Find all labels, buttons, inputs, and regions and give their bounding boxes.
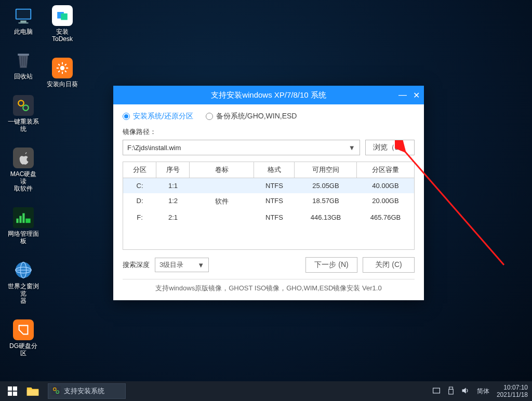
titlebar[interactable]: 支持安装windows XP/7/8/10 系统 — ✕: [113, 86, 424, 104]
taskbar-clock[interactable]: 10:07:10 2021/11/18: [497, 384, 528, 399]
sunflower-icon: [52, 58, 73, 78]
gears-icon: [13, 95, 34, 116]
col-volume: 卷标: [190, 162, 254, 178]
radio-install-restore[interactable]: 安装系统/还原分区: [123, 112, 193, 121]
col-index: 序号: [156, 162, 190, 178]
svg-rect-31: [13, 386, 17, 391]
table-row[interactable]: F: 2:1 NTFS 446.13GB 465.76GB: [123, 210, 414, 225]
svg-rect-10: [16, 218, 18, 223]
desktop-icons-col2: 安装ToDesk 安装向日葵: [47, 5, 78, 88]
window-title: 支持安装windows XP/7/8/10 系统: [211, 90, 326, 100]
chevron-down-icon: ▼: [349, 144, 355, 152]
svg-rect-4: [18, 54, 29, 56]
taskbar-app-label: 支持安装系统: [64, 386, 104, 396]
desktop-icon-mac-disk[interactable]: MAC硬盘读 取软件: [8, 148, 39, 193]
browse-button[interactable]: 浏览（B）: [365, 140, 415, 155]
svg-rect-32: [8, 392, 12, 396]
search-depth-label: 搜索深度: [123, 260, 150, 270]
col-partition: 分区: [123, 162, 156, 178]
desktop-icon-recycle-bin[interactable]: 回收站: [8, 50, 39, 80]
table-header: 分区 序号 卷标 格式 可用空间 分区容量: [123, 162, 414, 178]
footer-text: 支持windows原版镜像，GHOST ISO镜像，GHO,WIM,ESD镜像安…: [123, 279, 415, 296]
desktop-icon-label: DG硬盘分区: [8, 342, 39, 357]
svg-rect-2: [20, 21, 26, 23]
close-button[interactable]: ✕: [413, 90, 420, 100]
radio-dot-icon: [206, 113, 213, 120]
usb-tray-icon[interactable]: [448, 386, 454, 396]
desktop-icon-label: 此电脑: [14, 28, 33, 35]
ime-indicator[interactable]: 简体: [477, 387, 489, 396]
col-format: 格式: [254, 162, 295, 178]
start-button[interactable]: [3, 381, 22, 401]
image-path-label: 镜像路径：: [123, 127, 415, 137]
svg-rect-35: [51, 386, 61, 395]
svg-line-26: [65, 71, 66, 72]
svg-rect-39: [449, 387, 453, 389]
windows-icon: [8, 386, 17, 396]
clock-date: 2021/11/18: [497, 391, 528, 398]
col-size: 分区容量: [357, 162, 414, 178]
desktop-icon-label: 安装向日葵: [47, 81, 78, 88]
desktop-icon-label: 安装ToDesk: [47, 28, 78, 43]
desktop-icon-label: 一键重装系统: [8, 118, 39, 133]
desktop-icon-this-pc[interactable]: 此电脑: [8, 5, 39, 35]
taskbar-explorer[interactable]: [22, 381, 44, 401]
desktop-icons-col1: 此电脑 回收站 一键重装系统 MAC硬盘读 取软件 网络管理面板 世界之窗浏览 …: [8, 5, 39, 357]
svg-rect-33: [13, 392, 17, 396]
desktop-icon-dg-partition[interactable]: DG硬盘分区: [8, 319, 39, 357]
chevron-down-icon: ▼: [197, 261, 204, 269]
folder-icon: [26, 385, 39, 397]
taskbar: 支持安装系统 简体 10:07:10 2021/11/18: [0, 381, 532, 401]
clock-time: 10:07:10: [497, 384, 528, 391]
desktop-icon-label: 网络管理面板: [8, 230, 39, 245]
gears-icon: [51, 386, 61, 397]
svg-rect-38: [433, 388, 440, 393]
globe-icon: [13, 260, 34, 280]
svg-rect-34: [27, 390, 39, 395]
table-row[interactable]: C: 1:1 NTFS 25.05GB 40.00GB: [123, 178, 414, 193]
trash-icon: [13, 50, 34, 71]
taskbar-app-installer[interactable]: 支持安装系统: [44, 381, 130, 401]
svg-rect-40: [449, 389, 454, 394]
desktop-icon-label: MAC硬盘读 取软件: [8, 170, 39, 193]
svg-rect-13: [25, 218, 30, 223]
apple-icon: [13, 148, 34, 168]
svg-rect-3: [19, 22, 29, 23]
svg-point-9: [23, 105, 29, 111]
search-depth-value: 3级目录: [159, 260, 183, 270]
svg-rect-1: [17, 10, 31, 19]
radio-label: 备份系统/GHO,WIN,ESD: [216, 112, 297, 121]
image-path-dropdown[interactable]: F:\Zjds\install.wim ▼: [123, 140, 360, 155]
svg-rect-12: [22, 213, 24, 223]
next-button[interactable]: 下一步 (N): [305, 257, 357, 273]
desktop-icon-reinstall[interactable]: 一键重装系统: [8, 95, 39, 133]
radio-backup[interactable]: 备份系统/GHO,WIN,ESD: [206, 112, 297, 121]
volume-tray-icon[interactable]: [461, 387, 470, 396]
disk-icon: [13, 319, 34, 340]
svg-line-27: [58, 71, 60, 72]
desktop-icon-sunlogin[interactable]: 安装向日葵: [47, 58, 78, 88]
svg-rect-30: [8, 386, 12, 391]
minimize-button[interactable]: —: [398, 90, 407, 100]
svg-rect-19: [61, 14, 68, 20]
partition-table: 分区 序号 卷标 格式 可用空间 分区容量 C: 1:1 NTFS 25.05G…: [123, 162, 415, 250]
close-dialog-button[interactable]: 关闭 (C): [363, 257, 415, 273]
desktop-icon-todesk[interactable]: 安装ToDesk: [47, 5, 78, 43]
svg-point-20: [60, 66, 64, 70]
desktop-icon-label: 回收站: [14, 73, 33, 80]
monitor-icon: [13, 5, 34, 26]
bars-icon: [13, 207, 34, 228]
svg-rect-11: [19, 216, 21, 223]
todesk-icon: [52, 5, 73, 26]
search-depth-dropdown[interactable]: 3级目录 ▼: [155, 258, 209, 272]
svg-line-28: [65, 64, 66, 65]
svg-point-8: [18, 100, 24, 106]
svg-line-25: [58, 64, 60, 65]
desktop-icon-network-panel[interactable]: 网络管理面板: [8, 207, 39, 245]
image-path-value: F:\Zjds\install.wim: [127, 144, 181, 152]
table-row[interactable]: D: 1:2 软件 NTFS 18.57GB 20.00GB: [123, 193, 414, 210]
radio-dot-icon: [123, 113, 130, 120]
col-free: 可用空间: [295, 162, 357, 178]
desktop-icon-browser[interactable]: 世界之窗浏览 器: [8, 260, 39, 305]
network-tray-icon[interactable]: [432, 387, 441, 396]
